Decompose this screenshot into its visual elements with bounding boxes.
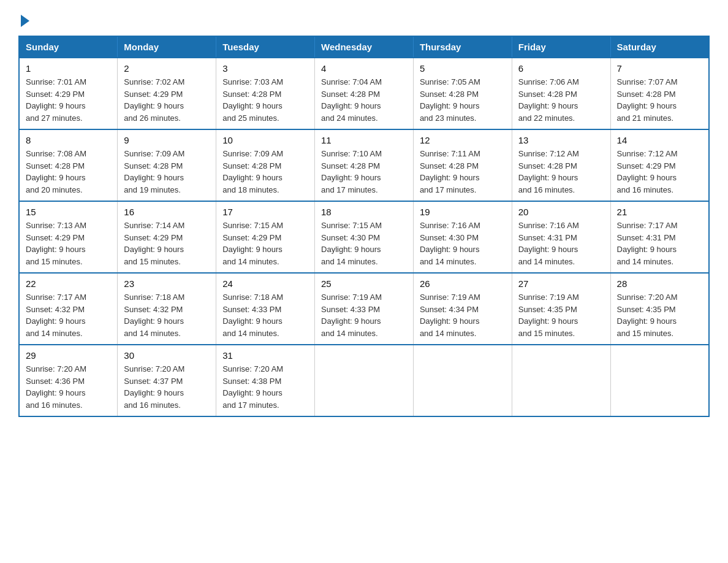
week-row-5: 29Sunrise: 7:20 AMSunset: 4:36 PMDayligh…	[19, 345, 709, 416]
day-cell: 1Sunrise: 7:01 AMSunset: 4:29 PMDaylight…	[19, 58, 118, 129]
day-number: 8	[26, 135, 111, 145]
day-number: 2	[124, 63, 210, 74]
day-info: Sunrise: 7:09 AMSunset: 4:28 PMDaylight:…	[222, 148, 308, 196]
day-number: 7	[617, 63, 702, 74]
week-row-2: 8Sunrise: 7:08 AMSunset: 4:28 PMDaylight…	[19, 129, 709, 201]
day-number: 12	[420, 135, 506, 145]
day-number: 10	[222, 135, 308, 145]
day-info: Sunrise: 7:05 AMSunset: 4:28 PMDaylight:…	[420, 76, 506, 124]
day-info: Sunrise: 7:07 AMSunset: 4:28 PMDaylight:…	[617, 76, 702, 124]
day-number: 27	[518, 278, 604, 289]
day-info: Sunrise: 7:19 AMSunset: 4:33 PMDaylight:…	[321, 291, 407, 339]
day-cell: 2Sunrise: 7:02 AMSunset: 4:29 PMDaylight…	[118, 58, 216, 129]
day-cell: 26Sunrise: 7:19 AMSunset: 4:34 PMDayligh…	[413, 273, 512, 345]
day-info: Sunrise: 7:12 AMSunset: 4:28 PMDaylight:…	[518, 148, 604, 196]
day-info: Sunrise: 7:16 AMSunset: 4:31 PMDaylight:…	[518, 220, 604, 267]
day-number: 31	[222, 350, 308, 361]
day-cell: 8Sunrise: 7:08 AMSunset: 4:28 PMDaylight…	[19, 129, 118, 201]
day-info: Sunrise: 7:17 AMSunset: 4:32 PMDaylight:…	[26, 291, 111, 339]
day-number: 16	[124, 207, 210, 217]
week-row-3: 15Sunrise: 7:13 AMSunset: 4:29 PMDayligh…	[19, 201, 709, 273]
day-number: 4	[321, 63, 407, 74]
day-info: Sunrise: 7:04 AMSunset: 4:28 PMDaylight:…	[321, 76, 407, 124]
day-info: Sunrise: 7:17 AMSunset: 4:31 PMDaylight:…	[617, 220, 702, 267]
day-number: 20	[518, 207, 604, 217]
day-info: Sunrise: 7:20 AMSunset: 4:37 PMDaylight:…	[124, 363, 210, 411]
day-number: 14	[617, 135, 702, 145]
calendar-table: SundayMondayTuesdayWednesdayThursdayFrid…	[18, 36, 710, 417]
day-cell: 19Sunrise: 7:16 AMSunset: 4:30 PMDayligh…	[413, 201, 512, 273]
header-day-wednesday: Wednesday	[315, 36, 414, 58]
day-cell: 16Sunrise: 7:14 AMSunset: 4:29 PMDayligh…	[118, 201, 216, 273]
day-info: Sunrise: 7:16 AMSunset: 4:30 PMDaylight:…	[420, 220, 506, 267]
day-cell: 29Sunrise: 7:20 AMSunset: 4:36 PMDayligh…	[19, 345, 118, 416]
day-number: 1	[26, 63, 111, 74]
day-number: 21	[617, 207, 702, 217]
day-cell	[413, 345, 512, 416]
day-number: 5	[420, 63, 506, 74]
week-row-4: 22Sunrise: 7:17 AMSunset: 4:32 PMDayligh…	[19, 273, 709, 345]
day-cell: 3Sunrise: 7:03 AMSunset: 4:28 PMDaylight…	[216, 58, 315, 129]
day-info: Sunrise: 7:11 AMSunset: 4:28 PMDaylight:…	[420, 148, 506, 196]
day-cell: 20Sunrise: 7:16 AMSunset: 4:31 PMDayligh…	[512, 201, 610, 273]
day-number: 23	[124, 278, 210, 289]
day-cell: 30Sunrise: 7:20 AMSunset: 4:37 PMDayligh…	[118, 345, 216, 416]
day-cell: 22Sunrise: 7:17 AMSunset: 4:32 PMDayligh…	[19, 273, 118, 345]
day-info: Sunrise: 7:02 AMSunset: 4:29 PMDaylight:…	[124, 76, 210, 124]
day-info: Sunrise: 7:14 AMSunset: 4:29 PMDaylight:…	[124, 220, 210, 267]
day-number: 18	[321, 207, 407, 217]
day-number: 19	[420, 207, 506, 217]
day-cell: 27Sunrise: 7:19 AMSunset: 4:35 PMDayligh…	[512, 273, 610, 345]
day-info: Sunrise: 7:19 AMSunset: 4:35 PMDaylight:…	[518, 291, 604, 339]
day-info: Sunrise: 7:10 AMSunset: 4:28 PMDaylight:…	[321, 148, 407, 196]
calendar-header-row: SundayMondayTuesdayWednesdayThursdayFrid…	[19, 36, 709, 58]
day-info: Sunrise: 7:09 AMSunset: 4:28 PMDaylight:…	[124, 148, 210, 196]
day-number: 26	[420, 278, 506, 289]
day-cell: 10Sunrise: 7:09 AMSunset: 4:28 PMDayligh…	[216, 129, 315, 201]
day-info: Sunrise: 7:13 AMSunset: 4:29 PMDaylight:…	[26, 220, 111, 267]
day-info: Sunrise: 7:12 AMSunset: 4:29 PMDaylight:…	[617, 148, 702, 196]
day-number: 28	[617, 278, 702, 289]
day-cell: 23Sunrise: 7:18 AMSunset: 4:32 PMDayligh…	[118, 273, 216, 345]
day-cell	[315, 345, 414, 416]
day-cell: 12Sunrise: 7:11 AMSunset: 4:28 PMDayligh…	[413, 129, 512, 201]
day-cell: 7Sunrise: 7:07 AMSunset: 4:28 PMDaylight…	[610, 58, 709, 129]
day-cell	[610, 345, 709, 416]
day-cell: 14Sunrise: 7:12 AMSunset: 4:29 PMDayligh…	[610, 129, 709, 201]
day-cell: 9Sunrise: 7:09 AMSunset: 4:28 PMDaylight…	[118, 129, 216, 201]
day-cell: 5Sunrise: 7:05 AMSunset: 4:28 PMDaylight…	[413, 58, 512, 129]
day-number: 11	[321, 135, 407, 145]
day-number: 29	[26, 350, 111, 361]
day-cell: 4Sunrise: 7:04 AMSunset: 4:28 PMDaylight…	[315, 58, 414, 129]
day-info: Sunrise: 7:20 AMSunset: 4:36 PMDaylight:…	[26, 363, 111, 411]
day-number: 22	[26, 278, 111, 289]
day-number: 25	[321, 278, 407, 289]
day-cell: 11Sunrise: 7:10 AMSunset: 4:28 PMDayligh…	[315, 129, 414, 201]
header-day-friday: Friday	[512, 36, 610, 58]
day-number: 13	[518, 135, 604, 145]
day-info: Sunrise: 7:03 AMSunset: 4:28 PMDaylight:…	[222, 76, 308, 124]
day-info: Sunrise: 7:15 AMSunset: 4:29 PMDaylight:…	[222, 220, 308, 267]
day-number: 30	[124, 350, 210, 361]
page-header	[18, 12, 710, 25]
day-cell: 6Sunrise: 7:06 AMSunset: 4:28 PMDaylight…	[512, 58, 610, 129]
day-info: Sunrise: 7:01 AMSunset: 4:29 PMDaylight:…	[26, 76, 111, 124]
logo	[18, 12, 29, 25]
logo-top	[18, 12, 29, 27]
day-cell: 31Sunrise: 7:20 AMSunset: 4:38 PMDayligh…	[216, 345, 315, 416]
day-cell: 18Sunrise: 7:15 AMSunset: 4:30 PMDayligh…	[315, 201, 414, 273]
day-cell	[512, 345, 610, 416]
header-day-sunday: Sunday	[19, 36, 118, 58]
day-cell: 13Sunrise: 7:12 AMSunset: 4:28 PMDayligh…	[512, 129, 610, 201]
day-number: 24	[222, 278, 308, 289]
day-number: 3	[222, 63, 308, 74]
day-number: 17	[222, 207, 308, 217]
day-info: Sunrise: 7:06 AMSunset: 4:28 PMDaylight:…	[518, 76, 604, 124]
day-cell: 28Sunrise: 7:20 AMSunset: 4:35 PMDayligh…	[610, 273, 709, 345]
day-info: Sunrise: 7:18 AMSunset: 4:33 PMDaylight:…	[222, 291, 308, 339]
day-info: Sunrise: 7:20 AMSunset: 4:35 PMDaylight:…	[617, 291, 702, 339]
day-number: 6	[518, 63, 604, 74]
header-day-saturday: Saturday	[610, 36, 709, 58]
day-cell: 21Sunrise: 7:17 AMSunset: 4:31 PMDayligh…	[610, 201, 709, 273]
header-day-thursday: Thursday	[413, 36, 512, 58]
